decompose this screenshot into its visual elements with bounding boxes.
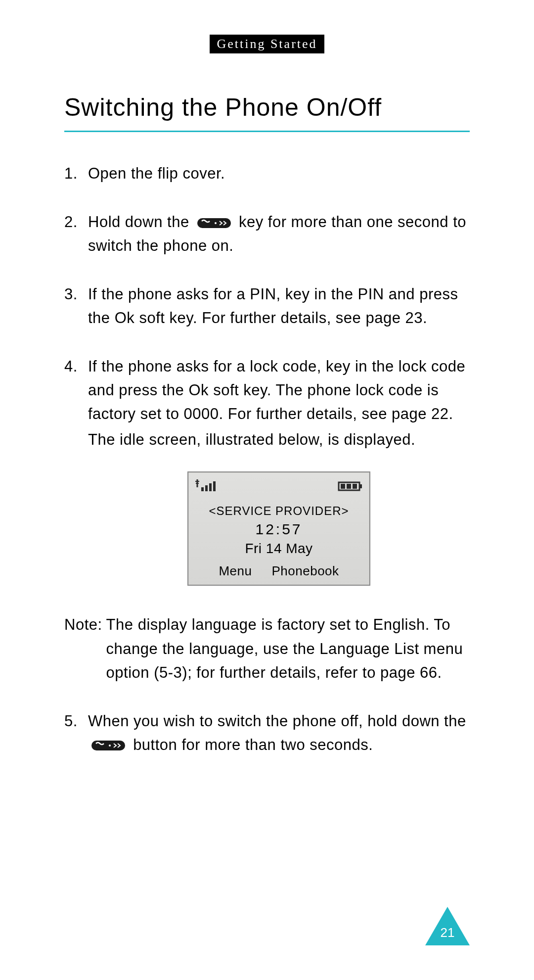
step-number: 1. <box>64 162 78 186</box>
step-text-pre: Hold down the <box>88 213 194 231</box>
step-text-b: soft key. For further details, see page … <box>134 309 427 327</box>
svg-rect-11 <box>341 484 345 489</box>
step-text-post: button for more than two seconds. <box>133 736 373 753</box>
softkey-left: Menu <box>219 561 252 581</box>
ok-key-label: Ok <box>115 309 135 327</box>
svg-rect-6 <box>205 485 208 491</box>
power-key-icon <box>91 739 126 752</box>
svg-point-15 <box>109 745 111 747</box>
step-number: 3. <box>64 282 78 306</box>
step-text-pre: When you wish to switch the phone off, h… <box>88 712 466 730</box>
service-provider-text: <SERVICE PROVIDER> <box>192 503 365 519</box>
phone-screen-illustration: <SERVICE PROVIDER> 12:57 Fri 14 May Menu… <box>88 471 470 586</box>
battery-icon <box>337 476 363 500</box>
svg-rect-8 <box>213 481 216 491</box>
softkey-right: Phonebook <box>271 561 339 581</box>
power-key-icon <box>197 216 231 230</box>
svg-rect-7 <box>209 483 212 491</box>
page-number: 21 <box>425 925 470 940</box>
svg-point-1 <box>215 222 217 224</box>
step-number: 5. <box>64 709 78 733</box>
step-2: 2. Hold down the key for more than one s… <box>64 210 470 258</box>
title-rule <box>64 131 470 132</box>
step-number: 4. <box>64 355 78 378</box>
phone-time: 12:57 <box>192 519 365 540</box>
note-text: The display language is factory set to E… <box>106 613 470 684</box>
note-block: Note: The display language is factory se… <box>64 613 470 684</box>
svg-rect-13 <box>353 484 357 489</box>
step-follow-text: The idle screen, illustrated below, is d… <box>88 428 470 452</box>
svg-rect-12 <box>347 484 351 489</box>
step-3: 3. If the phone asks for a PIN, key in t… <box>64 282 470 330</box>
phone-softkeys: Menu Phonebook <box>188 561 369 585</box>
step-text: Open the flip cover. <box>88 165 225 182</box>
steps-list-continued: 5. When you wish to switch the phone off… <box>64 709 470 757</box>
phone-screen: <SERVICE PROVIDER> 12:57 Fri 14 May Menu… <box>187 471 370 586</box>
phone-body: <SERVICE PROVIDER> 12:57 Fri 14 May <box>188 502 369 561</box>
chapter-tag: Getting Started <box>210 35 324 53</box>
step-number: 2. <box>64 210 78 234</box>
svg-rect-5 <box>201 487 204 491</box>
step-1: 1. Open the flip cover. <box>64 162 470 186</box>
ok-key-label: Ok <box>188 381 209 399</box>
step-5: 5. When you wish to switch the phone off… <box>64 709 470 757</box>
note-label: Note: <box>64 613 106 684</box>
page-title: Switching the Phone On/Off <box>64 93 470 122</box>
manual-page: Getting Started Switching the Phone On/O… <box>0 0 534 980</box>
phone-status-bar <box>188 472 369 502</box>
page-number-marker: 21 <box>425 907 470 945</box>
svg-rect-10 <box>359 484 362 488</box>
signal-icon <box>194 476 219 500</box>
step-4: 4. If the phone asks for a lock code, ke… <box>64 355 470 586</box>
phone-date: Fri 14 May <box>192 539 365 558</box>
steps-list: 1. Open the flip cover. 2. Hold down the… <box>64 162 470 586</box>
